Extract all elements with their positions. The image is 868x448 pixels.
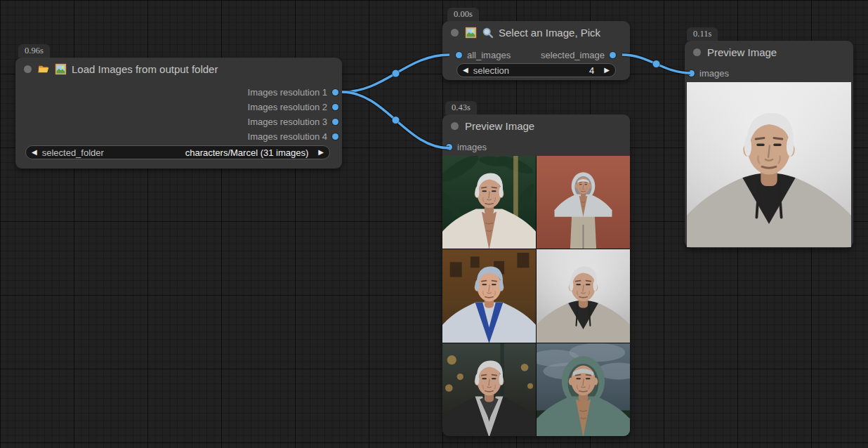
selected-folder-widget[interactable]: ◀ selected_folder characters/Marcel (31 … [25, 145, 330, 159]
execution-time-badge: 0.43s [445, 101, 477, 114]
output-slot-label: Images resolution 3 [248, 117, 327, 127]
widget-name: selection [473, 65, 509, 76]
preview-image-cell[interactable] [442, 156, 536, 249]
node-status-dot[interactable] [693, 48, 701, 56]
output-slot-dot[interactable] [332, 119, 338, 125]
output-slot-label: Images resolution 2 [248, 102, 327, 112]
preview-image-single[interactable] [687, 82, 851, 247]
widget-value: 4 [589, 65, 594, 76]
input-slot-images[interactable]: images [685, 66, 853, 81]
node-titlebar[interactable]: Select an Image, Pick [442, 21, 630, 44]
output-slot-selected-image[interactable]: selected_image [541, 48, 616, 62]
preview-image-cell[interactable] [442, 249, 536, 342]
node-status-dot[interactable] [451, 29, 459, 37]
node-graph-canvas[interactable]: 0.96s Load Images from output folder Ima… [0, 0, 868, 448]
node-preview-image-grid[interactable]: 0.43s Preview Image images [442, 114, 630, 436]
preview-image-cell[interactable] [442, 343, 536, 436]
output-slot-images-resolution-1[interactable]: Images resolution 1 [15, 85, 342, 100]
node-preview-image-single[interactable]: 0.11s Preview Image images [685, 41, 853, 248]
preview-image-grid [442, 156, 630, 436]
framed-picture-icon [465, 27, 477, 39]
input-slot-label: images [457, 142, 487, 152]
output-slot-label: Images resolution 4 [248, 131, 327, 142]
node-title: Preview Image [707, 46, 777, 58]
node-status-dot[interactable] [24, 65, 32, 73]
node-titlebar[interactable]: Load Images from output folder [15, 58, 342, 80]
node-title: Preview Image [465, 120, 534, 132]
node-titlebar[interactable]: Preview Image [685, 41, 853, 63]
output-slot-dot[interactable] [332, 133, 338, 140]
preview-image-cell[interactable] [537, 249, 630, 342]
link-midpoint-dot[interactable] [392, 117, 400, 124]
output-slot-label: selected_image [541, 50, 605, 60]
link-selected-image-to-preview[interactable] [622, 55, 690, 73]
selection-widget[interactable]: ◀ selection 4 ▶ [456, 63, 616, 77]
node-title: Select an Image, Pick [499, 27, 600, 39]
widget-prev-arrow-icon[interactable]: ◀ [32, 145, 37, 159]
link-midpoint-dot[interactable] [392, 70, 400, 77]
open-folder-icon [38, 63, 50, 75]
input-slot-dot[interactable] [446, 144, 452, 150]
link-res1-to-all-images[interactable] [342, 55, 449, 92]
output-slot-images-resolution-3[interactable]: Images resolution 3 [15, 114, 342, 129]
output-slot-dot[interactable] [332, 104, 338, 110]
execution-time-badge: 0.00s [447, 8, 479, 21]
preview-image-cell[interactable] [537, 343, 630, 436]
output-slot-label: Images resolution 1 [248, 87, 327, 98]
output-slot-dot[interactable] [332, 89, 338, 95]
input-slot-label: all_images [467, 50, 511, 60]
widget-next-arrow-icon[interactable]: ▶ [604, 63, 610, 77]
output-slot-dot[interactable] [610, 52, 616, 58]
widget-next-arrow-icon[interactable]: ▶ [318, 145, 324, 159]
node-titlebar[interactable]: Preview Image [442, 114, 630, 137]
execution-time-badge: 0.11s [687, 27, 718, 41]
input-slot-all-images[interactable]: all_images [456, 48, 511, 62]
input-slot-images[interactable]: images [442, 140, 630, 154]
node-load-images[interactable]: 0.96s Load Images from output folder Ima… [15, 58, 342, 169]
framed-picture-icon [55, 63, 67, 75]
link-midpoint-dot[interactable] [652, 60, 660, 68]
output-slot-images-resolution-4[interactable]: Images resolution 4 [15, 129, 342, 144]
magnifier-icon [482, 27, 494, 39]
preview-image-cell[interactable] [537, 156, 630, 249]
node-select-image[interactable]: 0.00s Select an Image, Pick all_images s… [442, 21, 630, 80]
execution-time-badge: 0.96s [18, 44, 50, 58]
input-slot-dot[interactable] [456, 52, 462, 58]
output-slot-images-resolution-2[interactable]: Images resolution 2 [15, 100, 342, 114]
input-slot-label: images [699, 68, 729, 79]
input-slot-dot[interactable] [688, 70, 695, 77]
widget-prev-arrow-icon[interactable]: ◀ [463, 63, 468, 77]
widget-name: selected_folder [42, 147, 104, 158]
link-res1-to-preview-images[interactable] [342, 92, 449, 148]
node-status-dot[interactable] [451, 122, 459, 130]
widget-value: characters/Marcel (31 images) [185, 147, 309, 158]
node-title: Load Images from output folder [72, 63, 218, 75]
